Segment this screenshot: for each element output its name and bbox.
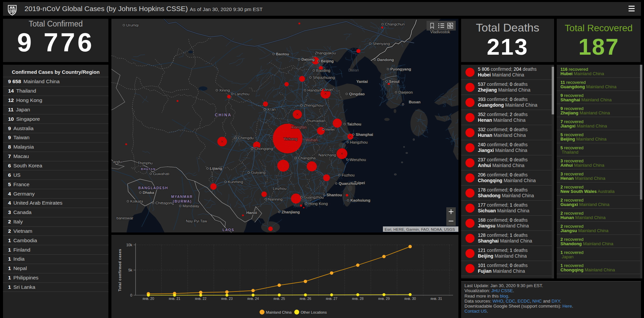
svg-text:Lijiang: Lijiang: [210, 166, 222, 170]
svg-text:Other Locations: Other Locations: [301, 310, 327, 314]
svg-text:Changchun: Changchun: [385, 22, 405, 26]
svg-text:Dandong: Dandong: [377, 58, 394, 62]
svg-text:Nanning: Nanning: [268, 197, 283, 201]
svg-text:Dalian: Dalian: [348, 68, 359, 72]
svg-text:янв. 30: янв. 30: [404, 297, 416, 301]
svg-text:Zhumadian: Zhumadian: [306, 119, 326, 123]
svg-text:Baotou: Baotou: [276, 52, 289, 56]
svg-text:Wuhan: Wuhan: [305, 138, 317, 142]
svg-text:10k: 10k: [126, 243, 132, 247]
svg-text:MYANMAR: MYANMAR: [171, 195, 193, 199]
svg-text:Guwahati: Guwahati: [153, 172, 169, 176]
svg-text:Kolkata: Kolkata: [130, 199, 143, 203]
svg-text:янв. 23: янв. 23: [221, 297, 233, 301]
svg-text:янв. 25: янв. 25: [274, 297, 285, 301]
svg-text:янв. 27: янв. 27: [326, 297, 338, 301]
svg-text:Xi'an: Xi'an: [267, 107, 276, 111]
svg-text:Wenzhou: Wenzhou: [350, 158, 366, 162]
svg-text:Guangzhou: Guangzhou: [304, 195, 324, 199]
svg-text:Thimphu: Thimphu: [138, 161, 153, 165]
svg-text:0: 0: [130, 293, 132, 297]
svg-text:янв. 20: янв. 20: [143, 297, 154, 301]
svg-text:янв. 24: янв. 24: [247, 297, 259, 301]
svg-text:CHINA: CHINA: [215, 113, 232, 117]
svg-text:Shantou: Shantou: [327, 193, 342, 197]
svg-text:Guiyang: Guiyang: [251, 170, 265, 174]
svg-text:Yichang: Yichang: [284, 137, 297, 141]
svg-text:LAOS: LAOS: [222, 228, 234, 232]
svg-text:Beijing: Beijing: [321, 59, 334, 63]
svg-text:BANGLADESH: BANGLADESH: [138, 186, 168, 190]
svg-text:Fuzhou: Fuzhou: [342, 173, 354, 177]
svg-text:Chittagong: Chittagong: [155, 201, 174, 205]
svg-text:янв. 22: янв. 22: [195, 297, 207, 301]
svg-text:Shijiazhuang: Shijiazhuang: [313, 75, 335, 80]
svg-text:Zhanjiang: Zhanjiang: [282, 210, 300, 214]
svg-text:Urumqi: Urumqi: [126, 23, 139, 27]
svg-text:5k: 5k: [128, 268, 132, 272]
svg-text:Seoul: Seoul: [389, 80, 399, 84]
svg-text:Baoding: Baoding: [316, 68, 330, 72]
svg-text:Changsha: Changsha: [298, 156, 316, 160]
svg-text:Shenyang: Shenyang: [373, 42, 390, 46]
svg-text:Xining: Xining: [219, 88, 230, 92]
svg-text:Daejeon: Daejeon: [398, 90, 413, 94]
svg-text:Taizhou: Taizhou: [347, 122, 361, 126]
svg-text:(BURMA): (BURMA): [173, 199, 192, 203]
svg-text:Jinan: Jinan: [324, 88, 333, 92]
svg-text:Hefei: Hefei: [326, 127, 335, 131]
svg-text:baneswar: baneswar: [116, 216, 133, 220]
svg-text:Mandalay: Mandalay: [183, 204, 199, 208]
svg-text:Chengdu: Chengdu: [238, 136, 254, 140]
svg-text:янв. 31: янв. 31: [431, 297, 442, 301]
svg-text:BHUTAN: BHUTAN: [141, 167, 156, 171]
svg-text:Zhengzhou: Zhengzhou: [304, 103, 323, 107]
svg-text:Chongqing: Chongqing: [254, 147, 273, 151]
svg-text:Yantai: Yantai: [356, 80, 368, 84]
svg-text:Xiangfan: Xiangfan: [291, 125, 306, 129]
svg-text:Busan: Busan: [409, 100, 420, 104]
svg-text:Kunming: Kunming: [228, 180, 243, 184]
svg-text:Zhangjiakou: Zhangjiakou: [315, 51, 336, 55]
svg-text:Quanzhou: Quanzhou: [339, 181, 357, 186]
svg-text:янв. 28: янв. 28: [352, 297, 364, 301]
svg-text:Dhaka: Dhaka: [143, 191, 154, 195]
svg-text:Nanchang: Nanchang: [318, 153, 336, 157]
svg-text:Nay Pyi Taw: Nay Pyi Taw: [186, 219, 207, 223]
svg-text:Total confirmed cases: Total confirmed cases: [118, 249, 122, 292]
svg-text:янв. 21: янв. 21: [169, 297, 181, 301]
svg-text:Hangzhou: Hangzhou: [350, 140, 367, 144]
svg-text:Handan: Handan: [307, 88, 321, 92]
svg-text:andu: andu: [113, 160, 122, 164]
svg-text:Linzhou: Linzhou: [273, 187, 286, 191]
svg-text:янв. 29: янв. 29: [378, 297, 390, 301]
svg-text:Hanoi: Hanoi: [246, 211, 257, 215]
svg-text:Lanzhou: Lanzhou: [235, 92, 249, 96]
svg-text:Esri, HERE, Garmin, FAO, NOAA,: Esri, HERE, Garmin, FAO, NOAA, USGS: [385, 227, 455, 231]
svg-text:Pyongyang: Pyongyang: [390, 67, 411, 71]
svg-text:янв. 26: янв. 26: [300, 297, 311, 301]
svg-text:Mainland China: Mainland China: [266, 310, 292, 314]
svg-text:Qingdao: Qingdao: [349, 92, 365, 96]
svg-text:Kaohsiung: Kaohsiung: [350, 198, 370, 202]
svg-text:Datong: Datong: [301, 57, 315, 61]
svg-text:Shanghai: Shanghai: [356, 132, 373, 137]
svg-text:Hong Kong: Hong Kong: [308, 202, 328, 206]
